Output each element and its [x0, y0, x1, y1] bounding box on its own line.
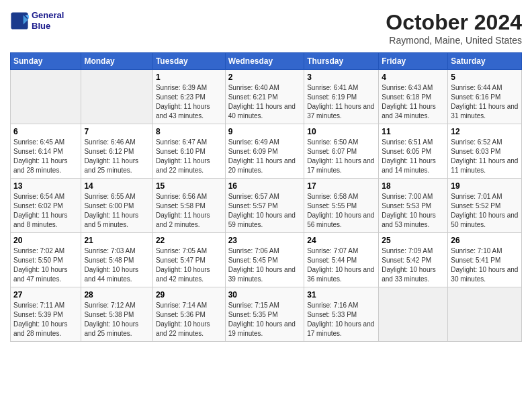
- logo: General Blue: [10, 10, 64, 31]
- week-row-0: 1Sunrise: 6:39 AM Sunset: 6:23 PM Daylig…: [11, 70, 522, 124]
- header-row: SundayMondayTuesdayWednesdayThursdayFrid…: [11, 53, 522, 70]
- day-number: 11: [382, 127, 445, 136]
- calendar-subtitle: Raymond, Maine, United States: [386, 35, 522, 46]
- calendar-cell: [81, 70, 152, 124]
- day-info: Sunrise: 6:55 AM Sunset: 6:00 PM Dayligh…: [84, 192, 149, 230]
- day-info: Sunrise: 7:00 AM Sunset: 5:53 PM Dayligh…: [382, 192, 445, 230]
- day-info: Sunrise: 7:11 AM Sunset: 5:39 PM Dayligh…: [13, 301, 78, 338]
- day-info: Sunrise: 7:03 AM Sunset: 5:48 PM Dayligh…: [84, 246, 149, 284]
- day-number: 6: [13, 127, 78, 136]
- calendar-cell: 4Sunrise: 6:43 AM Sunset: 6:18 PM Daylig…: [379, 70, 448, 124]
- calendar-title: October 2024: [386, 10, 522, 35]
- day-info: Sunrise: 6:56 AM Sunset: 5:58 PM Dayligh…: [156, 192, 222, 230]
- day-info: Sunrise: 6:47 AM Sunset: 6:10 PM Dayligh…: [156, 138, 222, 175]
- calendar-cell: 1Sunrise: 6:39 AM Sunset: 6:23 PM Daylig…: [152, 70, 225, 124]
- header-saturday: Saturday: [448, 53, 522, 70]
- calendar-cell: 15Sunrise: 6:56 AM Sunset: 5:58 PM Dayli…: [152, 179, 225, 233]
- calendar-cell: [11, 70, 81, 124]
- calendar-cell: 31Sunrise: 7:16 AM Sunset: 5:33 PM Dayli…: [304, 287, 379, 342]
- day-number: 16: [228, 181, 302, 191]
- day-info: Sunrise: 6:44 AM Sunset: 6:16 PM Dayligh…: [451, 83, 519, 121]
- day-number: 30: [228, 290, 302, 300]
- day-number: 28: [84, 290, 149, 300]
- day-info: Sunrise: 6:43 AM Sunset: 6:18 PM Dayligh…: [382, 83, 445, 121]
- calendar-cell: 18Sunrise: 7:00 AM Sunset: 5:53 PM Dayli…: [379, 179, 448, 233]
- day-number: 25: [382, 236, 445, 245]
- calendar-cell: 16Sunrise: 6:57 AM Sunset: 5:57 PM Dayli…: [225, 179, 304, 233]
- calendar-cell: 19Sunrise: 7:01 AM Sunset: 5:52 PM Dayli…: [448, 179, 522, 233]
- title-block: October 2024 Raymond, Maine, United Stat…: [386, 10, 522, 46]
- calendar-cell: 29Sunrise: 7:14 AM Sunset: 5:36 PM Dayli…: [152, 287, 225, 342]
- calendar-cell: 25Sunrise: 7:09 AM Sunset: 5:42 PM Dayli…: [379, 233, 448, 287]
- calendar-table: SundayMondayTuesdayWednesdayThursdayFrid…: [10, 52, 522, 342]
- calendar-cell: 8Sunrise: 6:47 AM Sunset: 6:10 PM Daylig…: [152, 124, 225, 179]
- calendar-cell: 20Sunrise: 7:02 AM Sunset: 5:50 PM Dayli…: [11, 233, 81, 287]
- day-number: 24: [307, 236, 375, 245]
- day-info: Sunrise: 6:50 AM Sunset: 6:07 PM Dayligh…: [307, 138, 375, 175]
- day-number: 19: [451, 181, 519, 191]
- logo-line1: General: [32, 10, 64, 21]
- day-info: Sunrise: 7:07 AM Sunset: 5:44 PM Dayligh…: [307, 246, 375, 284]
- calendar-cell: 6Sunrise: 6:45 AM Sunset: 6:14 PM Daylig…: [11, 124, 81, 179]
- day-number: 31: [307, 290, 375, 300]
- day-info: Sunrise: 7:05 AM Sunset: 5:47 PM Dayligh…: [156, 246, 222, 284]
- calendar-cell: 28Sunrise: 7:12 AM Sunset: 5:38 PM Dayli…: [81, 287, 152, 342]
- day-info: Sunrise: 6:51 AM Sunset: 6:05 PM Dayligh…: [382, 138, 445, 175]
- day-number: 7: [84, 127, 149, 136]
- week-row-3: 20Sunrise: 7:02 AM Sunset: 5:50 PM Dayli…: [11, 233, 522, 287]
- day-info: Sunrise: 7:14 AM Sunset: 5:36 PM Dayligh…: [156, 301, 222, 338]
- calendar-cell: 14Sunrise: 6:55 AM Sunset: 6:00 PM Dayli…: [81, 179, 152, 233]
- calendar-cell: 30Sunrise: 7:15 AM Sunset: 5:35 PM Dayli…: [225, 287, 304, 342]
- calendar-cell: 11Sunrise: 6:51 AM Sunset: 6:05 PM Dayli…: [379, 124, 448, 179]
- day-info: Sunrise: 7:16 AM Sunset: 5:33 PM Dayligh…: [307, 301, 375, 338]
- day-number: 20: [13, 236, 78, 245]
- day-info: Sunrise: 7:10 AM Sunset: 5:41 PM Dayligh…: [451, 246, 519, 284]
- day-number: 23: [228, 236, 302, 245]
- calendar-cell: 9Sunrise: 6:49 AM Sunset: 6:09 PM Daylig…: [225, 124, 304, 179]
- day-number: 8: [156, 127, 222, 136]
- day-number: 29: [156, 290, 222, 300]
- day-info: Sunrise: 7:09 AM Sunset: 5:42 PM Dayligh…: [382, 246, 445, 284]
- header-thursday: Thursday: [304, 53, 379, 70]
- day-number: 15: [156, 181, 222, 191]
- calendar-cell: 12Sunrise: 6:52 AM Sunset: 6:03 PM Dayli…: [448, 124, 522, 179]
- logo-text: General Blue: [32, 10, 64, 31]
- week-row-4: 27Sunrise: 7:11 AM Sunset: 5:39 PM Dayli…: [11, 287, 522, 342]
- day-info: Sunrise: 6:45 AM Sunset: 6:14 PM Dayligh…: [13, 138, 78, 175]
- day-number: 21: [84, 236, 149, 245]
- calendar-cell: 3Sunrise: 6:41 AM Sunset: 6:19 PM Daylig…: [304, 70, 379, 124]
- calendar-cell: 27Sunrise: 7:11 AM Sunset: 5:39 PM Dayli…: [11, 287, 81, 342]
- header-friday: Friday: [379, 53, 448, 70]
- calendar-cell: 5Sunrise: 6:44 AM Sunset: 6:16 PM Daylig…: [448, 70, 522, 124]
- day-info: Sunrise: 6:58 AM Sunset: 5:55 PM Dayligh…: [307, 192, 375, 230]
- header-monday: Monday: [81, 53, 152, 70]
- calendar-cell: 2Sunrise: 6:40 AM Sunset: 6:21 PM Daylig…: [225, 70, 304, 124]
- header-sunday: Sunday: [11, 53, 81, 70]
- day-info: Sunrise: 6:39 AM Sunset: 6:23 PM Dayligh…: [156, 83, 222, 121]
- day-info: Sunrise: 7:02 AM Sunset: 5:50 PM Dayligh…: [13, 246, 78, 284]
- calendar-cell: 7Sunrise: 6:46 AM Sunset: 6:12 PM Daylig…: [81, 124, 152, 179]
- calendar-cell: 21Sunrise: 7:03 AM Sunset: 5:48 PM Dayli…: [81, 233, 152, 287]
- day-info: Sunrise: 7:01 AM Sunset: 5:52 PM Dayligh…: [451, 192, 519, 230]
- calendar-cell: 22Sunrise: 7:05 AM Sunset: 5:47 PM Dayli…: [152, 233, 225, 287]
- day-info: Sunrise: 6:41 AM Sunset: 6:19 PM Dayligh…: [307, 83, 375, 121]
- day-info: Sunrise: 6:49 AM Sunset: 6:09 PM Dayligh…: [228, 138, 302, 175]
- calendar-cell: [379, 287, 448, 342]
- logo-icon: [10, 11, 29, 30]
- day-number: 2: [228, 73, 302, 82]
- day-info: Sunrise: 7:06 AM Sunset: 5:45 PM Dayligh…: [228, 246, 302, 284]
- day-number: 12: [451, 127, 519, 136]
- day-info: Sunrise: 6:40 AM Sunset: 6:21 PM Dayligh…: [228, 83, 302, 121]
- calendar-cell: 24Sunrise: 7:07 AM Sunset: 5:44 PM Dayli…: [304, 233, 379, 287]
- day-number: 22: [156, 236, 222, 245]
- calendar-cell: 17Sunrise: 6:58 AM Sunset: 5:55 PM Dayli…: [304, 179, 379, 233]
- day-number: 3: [307, 73, 375, 82]
- logo-line2: Blue: [32, 21, 64, 32]
- day-number: 10: [307, 127, 375, 136]
- day-info: Sunrise: 6:52 AM Sunset: 6:03 PM Dayligh…: [451, 138, 519, 175]
- day-info: Sunrise: 6:54 AM Sunset: 6:02 PM Dayligh…: [13, 192, 78, 230]
- calendar-cell: 26Sunrise: 7:10 AM Sunset: 5:41 PM Dayli…: [448, 233, 522, 287]
- day-number: 14: [84, 181, 149, 191]
- day-number: 17: [307, 181, 375, 191]
- day-info: Sunrise: 7:12 AM Sunset: 5:38 PM Dayligh…: [84, 301, 149, 338]
